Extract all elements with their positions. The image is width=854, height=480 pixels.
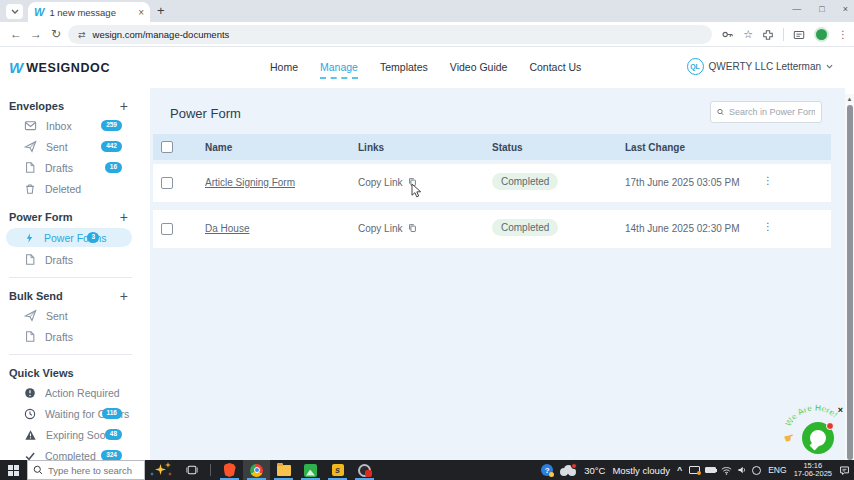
sidebar-item-bulk-drafts[interactable]: Drafts bbox=[0, 326, 150, 347]
taskbar-separator bbox=[210, 464, 211, 476]
sidebar-item-pf-drafts[interactable]: Drafts bbox=[0, 249, 150, 270]
browser-menu-icon[interactable]: ⋮ bbox=[838, 29, 848, 40]
back-button[interactable]: ← bbox=[6, 27, 26, 41]
inbox-icon bbox=[24, 119, 37, 132]
user-menu[interactable]: QL QWERTY LLC Letterman bbox=[687, 58, 833, 75]
add-envelope-icon[interactable]: + bbox=[120, 99, 128, 113]
scrollbar-thumb[interactable] bbox=[847, 105, 853, 460]
media-controls-icon[interactable] bbox=[793, 29, 805, 41]
sidebar-item-expiring-soon[interactable]: Expiring Soon 48 bbox=[0, 424, 150, 445]
device-tray-icon[interactable] bbox=[689, 466, 700, 474]
sidebar-item-waiting-for-others[interactable]: Waiting for Others 116 bbox=[0, 403, 150, 424]
last-change-value: 17th June 2025 03:05 PM bbox=[625, 177, 740, 188]
tray-expand-icon[interactable]: ^ bbox=[677, 465, 682, 475]
search-highlights-icon[interactable] bbox=[145, 460, 179, 480]
site-header: W WESIGNDOC Home Manage Templates Video … bbox=[0, 47, 845, 88]
taskbar-search-input[interactable] bbox=[48, 465, 138, 476]
select-all-checkbox[interactable] bbox=[161, 141, 173, 153]
taskbar-app-s[interactable]: s bbox=[324, 460, 351, 480]
s-app-icon: s bbox=[332, 464, 344, 476]
ring-tray-icon[interactable] bbox=[752, 466, 761, 475]
add-bulk-send-icon[interactable]: + bbox=[120, 289, 128, 303]
sidebar-item-power-forms[interactable]: Power Forms 3 bbox=[6, 228, 132, 247]
new-tab-button[interactable]: + bbox=[157, 3, 165, 18]
form-name-link[interactable]: Article Signing Form bbox=[205, 177, 295, 188]
draft-file-icon bbox=[24, 161, 36, 174]
nav-contact-us[interactable]: Contact Us bbox=[529, 61, 581, 79]
sidebar-divider bbox=[9, 277, 132, 278]
nav-home[interactable]: Home bbox=[270, 61, 298, 79]
page-scrollbar[interactable]: ▲ ▼ bbox=[845, 94, 854, 480]
site-info-icon[interactable]: ⇄ bbox=[78, 30, 86, 40]
copy-link[interactable]: Copy Link bbox=[358, 177, 417, 188]
row-menu-icon[interactable]: ⋮ bbox=[763, 175, 773, 186]
taskbar-app-chrome[interactable] bbox=[243, 460, 270, 480]
waiting-count-badge: 116 bbox=[102, 408, 123, 419]
lightning-icon bbox=[24, 232, 35, 244]
taskbar-app-file-explorer[interactable] bbox=[270, 460, 297, 480]
start-button[interactable] bbox=[0, 460, 27, 480]
add-power-form-icon[interactable]: + bbox=[120, 210, 128, 224]
window-minimize-button[interactable]: — bbox=[790, 2, 803, 16]
row-menu-icon[interactable]: ⋮ bbox=[763, 221, 773, 232]
scroll-up-icon[interactable]: ▲ bbox=[845, 96, 854, 102]
help-tray-icon[interactable]: ? bbox=[541, 464, 553, 476]
browser-profile-avatar[interactable] bbox=[814, 27, 829, 42]
sidebar-item-label: Drafts bbox=[45, 331, 73, 343]
wifi-icon[interactable] bbox=[721, 466, 732, 475]
nav-manage[interactable]: Manage bbox=[320, 61, 358, 79]
volume-icon[interactable] bbox=[737, 465, 747, 475]
weather-condition[interactable]: Mostly cloudy bbox=[612, 465, 670, 476]
browser-tab[interactable]: W 1 new message × bbox=[28, 2, 150, 22]
tab-list-button[interactable] bbox=[6, 4, 23, 19]
window-close-button[interactable]: × bbox=[841, 2, 850, 16]
address-bar[interactable]: ⇄ wesign.com/manage-documents bbox=[68, 25, 712, 44]
chat-widget[interactable]: × We Are Here! ☛ bbox=[782, 399, 846, 461]
action-center-icon[interactable] bbox=[839, 465, 850, 476]
row-checkbox[interactable] bbox=[161, 177, 173, 189]
sidebar: Envelopes + Inbox 259 Sent 442 Drafts 16… bbox=[0, 88, 150, 460]
trash-icon bbox=[24, 182, 36, 195]
taskbar-app-brave[interactable] bbox=[216, 460, 243, 480]
copy-icon[interactable] bbox=[408, 223, 417, 233]
task-view-button[interactable] bbox=[179, 464, 205, 476]
sidebar-item-label: Drafts bbox=[45, 254, 73, 266]
section-title: Envelopes bbox=[9, 100, 64, 112]
row-checkbox[interactable] bbox=[161, 223, 173, 235]
sidebar-item-inbox[interactable]: Inbox 259 bbox=[0, 115, 150, 136]
sidebar-divider bbox=[9, 354, 132, 355]
sidebar-item-action-required[interactable]: Action Required bbox=[0, 382, 150, 403]
copy-link[interactable]: Copy Link bbox=[358, 223, 417, 234]
nav-templates[interactable]: Templates bbox=[380, 61, 428, 79]
sidebar-item-deleted[interactable]: Deleted bbox=[0, 178, 150, 199]
sidebar-item-sent[interactable]: Sent 442 bbox=[0, 136, 150, 157]
extensions-icon[interactable] bbox=[762, 29, 774, 41]
toolbar-icons: ☆ ⋮ bbox=[721, 25, 848, 44]
form-name-link[interactable]: Da House bbox=[205, 223, 249, 234]
weather-temp[interactable]: 30°C bbox=[584, 465, 605, 476]
bookmark-star-icon[interactable]: ☆ bbox=[743, 28, 753, 41]
section-title: Power Form bbox=[9, 211, 73, 223]
password-key-icon[interactable] bbox=[721, 28, 734, 41]
taskbar-search[interactable] bbox=[27, 460, 145, 480]
weather-cloud-icon[interactable] bbox=[560, 465, 577, 476]
sidebar-item-drafts[interactable]: Drafts 16 bbox=[0, 157, 150, 178]
nav-video-guide[interactable]: Video Guide bbox=[450, 61, 508, 79]
taskbar-app-photos[interactable] bbox=[297, 460, 324, 480]
warning-triangle-icon bbox=[24, 429, 37, 441]
site-logo[interactable]: W WESIGNDOC bbox=[9, 59, 110, 76]
sidebar-item-bulk-sent[interactable]: Sent bbox=[0, 305, 150, 326]
logo-mark-icon: W bbox=[9, 59, 23, 76]
task-view-icon bbox=[186, 464, 198, 476]
forward-button[interactable]: → bbox=[26, 27, 46, 41]
taskbar-clock[interactable]: 15:16 17-06-2025 bbox=[794, 462, 832, 479]
window-maximize-button[interactable]: □ bbox=[817, 2, 826, 16]
battery-icon[interactable] bbox=[705, 467, 716, 473]
tab-close-icon[interactable]: × bbox=[138, 7, 144, 18]
language-indicator[interactable]: ENG bbox=[768, 465, 786, 475]
taskbar-app-recorder[interactable] bbox=[351, 460, 378, 480]
power-form-search[interactable] bbox=[710, 101, 822, 123]
reload-button[interactable]: ↻ bbox=[46, 27, 66, 41]
screen: W 1 new message × + — □ × ← → ↻ ⇄ wesign… bbox=[0, 0, 854, 480]
search-input[interactable] bbox=[729, 107, 815, 117]
